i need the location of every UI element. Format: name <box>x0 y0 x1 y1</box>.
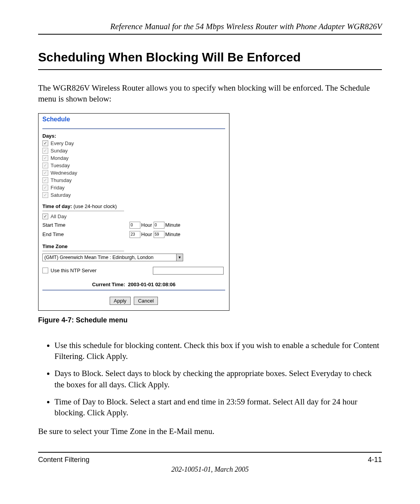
schedule-screenshot: Schedule Days: ✓ Every Day ✓ Sunday ✓ Mo… <box>38 113 229 311</box>
checkbox-label: Thursday <box>51 177 72 183</box>
list-item: Use this schedule for blocking content. … <box>54 340 382 362</box>
ntp-label: Use this NTP Server <box>51 268 96 273</box>
end-minute-input[interactable]: 59 <box>154 231 164 238</box>
apply-button[interactable]: Apply <box>110 297 131 305</box>
checkbox-label: Monday <box>51 155 68 161</box>
checkbox-allday-row[interactable]: ✓ All Day <box>42 214 225 219</box>
cancel-button[interactable]: Cancel <box>134 297 158 305</box>
divider <box>42 211 124 211</box>
list-item: Time of Day to Block. Select a start and… <box>54 396 382 418</box>
timezone-label: Time Zone <box>42 243 225 249</box>
ntp-server-input[interactable] <box>153 267 224 275</box>
footer-doc-id: 202-10051-01, March 2005 <box>38 466 382 474</box>
manual-title: Reference Manual for the 54 Mbps Wireles… <box>38 22 382 35</box>
minute-label: Minute <box>165 222 180 228</box>
hour-label: Hour <box>141 222 152 228</box>
list-item: Days to Block. Select days to block by c… <box>54 368 382 390</box>
current-time-value: 2003-01-01 02:08:06 <box>128 282 175 287</box>
checkbox-label: Tuesday <box>51 163 70 168</box>
checkbox-icon: ✓ <box>42 214 48 219</box>
closing-paragraph: Be sure to select your Time Zone in the … <box>38 427 382 436</box>
checkbox-tuesday-row[interactable]: ✓ Tuesday <box>42 163 225 168</box>
checkbox-sunday-row[interactable]: ✓ Sunday <box>42 148 225 154</box>
checkbox-label: Friday <box>51 185 65 191</box>
checkbox-everyday-row[interactable]: ✓ Every Day <box>42 140 225 146</box>
checkbox-label: Every Day <box>51 140 74 146</box>
figure-caption: Figure 4-7: Schedule menu <box>38 316 382 324</box>
ntp-row: Use this NTP Server <box>42 267 225 275</box>
chevron-down-icon: ▼ <box>176 254 183 261</box>
start-time-row: Start Time 0 Hour 0 Minute <box>42 222 225 229</box>
start-minute-input[interactable]: 0 <box>154 222 164 229</box>
timezone-value: (GMT) Greenwich Mean Time : Edinburgh, L… <box>43 255 176 260</box>
checkbox-ntp[interactable] <box>42 268 48 273</box>
checkbox-friday-row[interactable]: ✓ Friday <box>42 185 225 191</box>
checkbox-icon: ✓ <box>42 192 48 198</box>
checkbox-icon: ✓ <box>42 170 48 176</box>
hour-label: Hour <box>141 231 152 237</box>
checkbox-label: All Day <box>51 214 66 219</box>
start-time-label: Start Time <box>42 222 130 228</box>
checkbox-icon: ✓ <box>42 140 48 146</box>
intro-paragraph: The WGR826V Wireless Router allows you t… <box>38 82 382 105</box>
section-heading: Scheduling When Blocking Will Be Enforce… <box>38 50 382 70</box>
checkbox-icon: ✓ <box>42 185 48 191</box>
minute-label: Minute <box>165 231 180 237</box>
days-label: Days: <box>42 133 225 139</box>
checkbox-thursday-row[interactable]: ✓ Thursday <box>42 177 225 183</box>
timezone-select[interactable]: (GMT) Greenwich Mean Time : Edinburgh, L… <box>42 254 183 261</box>
footer-section-name: Content Filtering <box>38 456 89 464</box>
tod-label: Time of day: <box>42 203 72 209</box>
page-footer: Content Filtering 4-11 202-10051-01, Mar… <box>38 452 382 474</box>
checkbox-icon: ✓ <box>42 177 48 183</box>
button-row: Apply Cancel <box>42 297 225 305</box>
checkbox-monday-row[interactable]: ✓ Monday <box>42 155 225 161</box>
checkbox-icon: ✓ <box>42 148 48 154</box>
checkbox-label: Saturday <box>51 192 71 198</box>
end-hour-input[interactable]: 23 <box>130 231 140 238</box>
schedule-title: Schedule <box>42 116 225 123</box>
checkbox-saturday-row[interactable]: ✓ Saturday <box>42 192 225 198</box>
start-hour-input[interactable]: 0 <box>130 222 140 229</box>
divider <box>42 290 225 290</box>
divider <box>42 251 124 251</box>
divider <box>42 128 225 129</box>
checkbox-icon: ✓ <box>42 155 48 161</box>
checkbox-icon: ✓ <box>42 163 48 168</box>
current-time: Current Time: 2003-01-01 02:08:06 <box>42 282 225 287</box>
bullet-list: Use this schedule for blocking content. … <box>38 340 382 418</box>
checkbox-label: Sunday <box>51 148 68 154</box>
footer-page-number: 4-11 <box>368 456 382 464</box>
tod-note: (use 24-hour clock) <box>72 203 117 209</box>
end-time-label: End Time <box>42 231 130 237</box>
checkbox-label: Wednesday <box>51 170 77 176</box>
checkbox-wednesday-row[interactable]: ✓ Wednesday <box>42 170 225 176</box>
current-time-label: Current Time: <box>92 282 125 287</box>
end-time-row: End Time 23 Hour 59 Minute <box>42 231 225 238</box>
